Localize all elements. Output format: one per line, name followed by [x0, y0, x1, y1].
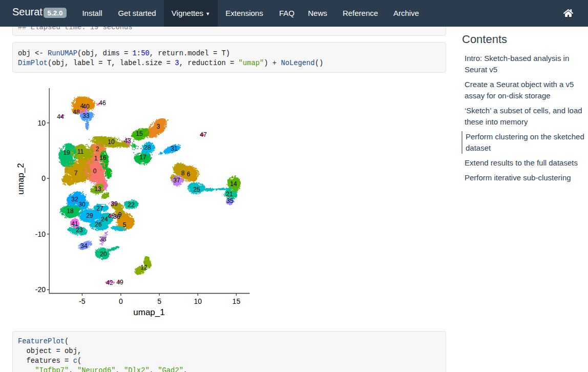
svg-text:2: 2: [96, 146, 99, 153]
svg-text:48: 48: [73, 109, 80, 116]
svg-text:25: 25: [193, 186, 200, 193]
svg-text:32: 32: [71, 196, 78, 203]
svg-text:35: 35: [226, 197, 234, 204]
svg-text:17: 17: [139, 154, 146, 161]
svg-text:3: 3: [157, 123, 160, 130]
svg-text:5: 5: [157, 297, 161, 305]
svg-text:16: 16: [99, 154, 107, 161]
svg-text:34: 34: [80, 242, 88, 250]
svg-text:10: 10: [37, 119, 46, 127]
svg-text:10: 10: [108, 138, 115, 146]
svg-text:28: 28: [144, 144, 151, 151]
svg-text:44: 44: [57, 113, 64, 120]
svg-text:-10: -10: [35, 230, 46, 238]
svg-text:8: 8: [181, 170, 185, 177]
svg-text:15: 15: [233, 297, 241, 305]
svg-text:19: 19: [63, 149, 70, 156]
svg-text:33: 33: [82, 112, 90, 119]
svg-text:0: 0: [119, 297, 123, 305]
svg-text:0: 0: [93, 168, 97, 175]
svg-text:18: 18: [67, 208, 74, 215]
svg-text:30: 30: [78, 201, 86, 208]
svg-text:13: 13: [94, 185, 101, 193]
svg-text:49: 49: [116, 279, 123, 286]
svg-text:27: 27: [96, 205, 103, 212]
svg-text:-20: -20: [35, 285, 46, 294]
svg-text:14: 14: [230, 180, 237, 188]
svg-text:37: 37: [173, 177, 180, 184]
svg-text:24: 24: [101, 216, 108, 223]
svg-text:29: 29: [86, 212, 93, 219]
svg-text:0: 0: [41, 174, 46, 182]
svg-text:22: 22: [128, 201, 135, 209]
svg-text:6: 6: [187, 171, 191, 178]
svg-text:26: 26: [95, 221, 102, 228]
svg-text:10: 10: [194, 297, 202, 305]
svg-text:38: 38: [99, 236, 107, 243]
svg-text:5: 5: [123, 221, 127, 229]
svg-text:11: 11: [77, 148, 84, 155]
svg-text:43: 43: [124, 137, 131, 144]
svg-text:20: 20: [100, 251, 107, 258]
svg-text:46: 46: [99, 99, 106, 107]
svg-text:40: 40: [82, 103, 90, 110]
svg-text:umap_1: umap_1: [133, 307, 164, 317]
svg-text:41: 41: [71, 220, 78, 228]
svg-text:39: 39: [111, 200, 118, 208]
svg-text:1: 1: [94, 155, 98, 162]
svg-text:31: 31: [171, 145, 178, 152]
svg-text:umap_2: umap_2: [16, 163, 26, 194]
svg-text:7: 7: [74, 170, 78, 177]
svg-text:23: 23: [76, 226, 83, 234]
svg-text:47: 47: [200, 131, 207, 138]
svg-text:12: 12: [140, 264, 148, 271]
svg-text:-5: -5: [79, 297, 86, 305]
svg-text:21: 21: [226, 191, 233, 198]
svg-text:15: 15: [136, 130, 143, 137]
svg-text:42: 42: [106, 279, 113, 286]
svg-text:45: 45: [108, 213, 115, 220]
